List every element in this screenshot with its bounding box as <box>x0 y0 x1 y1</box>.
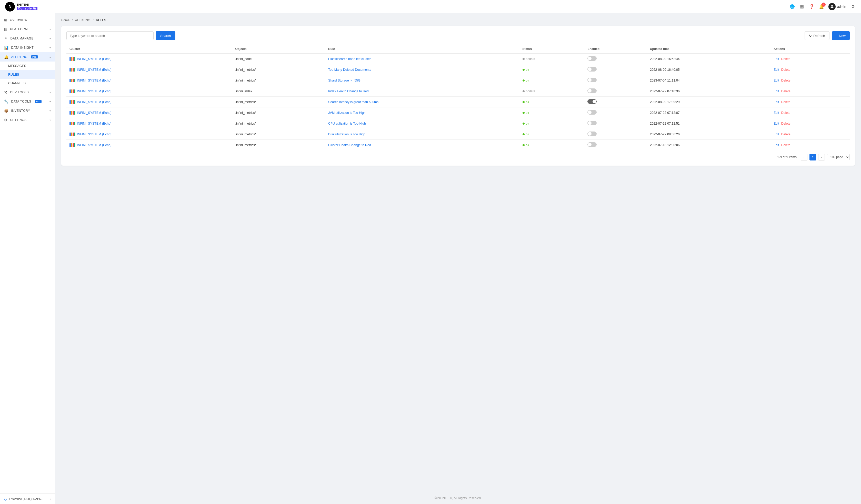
cell-time-7: 2022-07-22 08:06:26 <box>647 129 770 140</box>
pagination-page-1[interactable]: 1 <box>809 154 816 161</box>
search-input[interactable] <box>66 31 154 40</box>
edit-link-4[interactable]: Edit <box>774 100 779 104</box>
search-button[interactable]: Search <box>156 31 175 40</box>
cluster-link-8[interactable]: INFINI_SYSTEM (Echo) <box>77 143 111 147</box>
delete-link-6[interactable]: Delete <box>781 122 791 125</box>
new-button[interactable]: + New <box>832 31 850 40</box>
cluster-link-5[interactable]: INFINI_SYSTEM (Echo) <box>77 111 111 114</box>
sidebar-item-data-insight[interactable]: 📊 DATA INSIGHT ▾ <box>0 43 55 52</box>
refresh-label: Refresh <box>813 34 825 38</box>
toggle-6[interactable] <box>587 121 597 125</box>
col-actions: Actions <box>770 45 850 54</box>
delete-link-0[interactable]: Delete <box>781 57 791 61</box>
sidebar-item-platform-left: ▤ PLATFORM <box>4 27 28 31</box>
refresh-button[interactable]: ↻ Refresh <box>805 31 830 40</box>
delete-link-3[interactable]: Delete <box>781 90 791 93</box>
rule-link-3[interactable]: Index Health Change to Red <box>328 90 369 93</box>
cell-objects-4: .infini_metrics* <box>232 97 325 107</box>
toggle-5[interactable] <box>587 110 597 114</box>
toggle-4[interactable] <box>587 99 597 104</box>
cell-enabled-0 <box>584 54 647 64</box>
pagination-next[interactable]: › <box>818 154 825 161</box>
edit-link-3[interactable]: Edit <box>774 90 779 93</box>
rule-link-2[interactable]: Shard Storage >= 55G <box>328 79 360 82</box>
logo-area[interactable]: N INFINI Console /// <box>5 2 38 12</box>
delete-link-1[interactable]: Delete <box>781 68 791 71</box>
edit-link-6[interactable]: Edit <box>774 122 779 125</box>
per-page-select[interactable]: 10 / page 20 / page 50 / page <box>827 154 850 160</box>
breadcrumb-home[interactable]: Home <box>61 18 69 22</box>
translate-icon[interactable]: 🌐 <box>790 4 795 10</box>
flag-green-2 <box>74 79 76 82</box>
svg-point-0 <box>831 5 833 7</box>
status-badge-6: ok <box>522 122 529 125</box>
sidebar-item-messages[interactable]: MESSAGES <box>0 62 55 70</box>
toggle-1[interactable] <box>587 67 597 71</box>
cell-actions-1: EditDelete <box>770 64 850 75</box>
pagination-prev[interactable]: ‹ <box>801 154 807 161</box>
rule-link-0[interactable]: Elasticsearch node left cluster <box>328 57 371 61</box>
rule-link-5[interactable]: JVM utilization is Too High <box>328 111 366 114</box>
cluster-flag-0 <box>69 57 76 61</box>
rule-link-6[interactable]: CPU utilization is Too High <box>328 122 366 125</box>
user-area[interactable]: admin <box>829 3 846 10</box>
edit-link-8[interactable]: Edit <box>774 143 779 147</box>
toggle-7[interactable] <box>587 132 597 136</box>
breadcrumb-alerting[interactable]: ALERTING <box>75 18 90 22</box>
delete-link-5[interactable]: Delete <box>781 111 791 114</box>
sidebar-item-rules[interactable]: RULES <box>0 70 55 79</box>
delete-link-8[interactable]: Delete <box>781 143 791 147</box>
layout-icon[interactable]: ▦ <box>799 4 805 10</box>
cluster-cell-4: INFINI_SYSTEM (Echo) <box>69 100 229 104</box>
cell-cluster-3: INFINI_SYSTEM (Echo) <box>66 86 232 97</box>
cell-actions-6: EditDelete <box>770 118 850 129</box>
cluster-link-3[interactable]: INFINI_SYSTEM (Echo) <box>77 90 111 93</box>
toggle-2[interactable] <box>587 78 597 82</box>
sidebar-item-platform[interactable]: ▤ PLATFORM ▾ <box>0 25 55 34</box>
cluster-link-4[interactable]: INFINI_SYSTEM (Echo) <box>77 100 111 104</box>
sidebar-item-inventory[interactable]: 📦 INVENTORY ▾ <box>0 106 55 115</box>
edit-link-7[interactable]: Edit <box>774 133 779 136</box>
cluster-link-7[interactable]: INFINI_SYSTEM (Echo) <box>77 133 111 136</box>
cluster-link-2[interactable]: INFINI_SYSTEM (Echo) <box>77 79 111 82</box>
delete-link-7[interactable]: Delete <box>781 133 791 136</box>
sidebar-item-settings[interactable]: ⚙ SETTINGS ▾ <box>0 115 55 125</box>
settings-icon[interactable]: ⚙ <box>850 4 856 10</box>
table-row: INFINI_SYSTEM (Echo) .infini_metrics*CPU… <box>66 118 850 129</box>
sidebar-item-overview[interactable]: ⊞ OVERVIEW <box>0 15 55 25</box>
toggle-8[interactable] <box>587 142 597 147</box>
delete-link-4[interactable]: Delete <box>781 100 791 104</box>
sidebar-item-dev-tools[interactable]: ⚒ DEV TOOLS ▾ <box>0 88 55 97</box>
sidebar-item-channels[interactable]: CHANNELS <box>0 79 55 88</box>
notification-icon[interactable]: 🔔 9 <box>819 4 824 10</box>
cluster-link-6[interactable]: INFINI_SYSTEM (Echo) <box>77 122 111 125</box>
cluster-link-0[interactable]: INFINI_SYSTEM (Echo) <box>77 57 111 61</box>
edit-link-2[interactable]: Edit <box>774 79 779 82</box>
toggle-0[interactable] <box>587 56 597 61</box>
sidebar-item-dev-tools-label: DEV TOOLS <box>10 91 29 94</box>
sidebar-item-data-tools[interactable]: 🔧 DATA TOOLS Pro ▾ <box>0 97 55 106</box>
sidebar-item-data-manage[interactable]: 🗄 DATA MANAGE ▾ <box>0 34 55 43</box>
edit-link-1[interactable]: Edit <box>774 68 779 71</box>
delete-link-2[interactable]: Delete <box>781 79 791 82</box>
cluster-link-1[interactable]: INFINI_SYSTEM (Echo) <box>77 68 111 71</box>
edit-link-5[interactable]: Edit <box>774 111 779 114</box>
cell-time-6: 2022-07-22 07:12:51 <box>647 118 770 129</box>
cell-enabled-3 <box>584 86 647 97</box>
rule-link-4[interactable]: Search latency is great than 500ms <box>328 100 379 104</box>
edit-link-0[interactable]: Edit <box>774 57 779 61</box>
rule-link-8[interactable]: Cluster Health Change to Red <box>328 143 371 147</box>
sidebar-item-inventory-label: INVENTORY <box>11 109 30 112</box>
toggle-3[interactable] <box>587 88 597 93</box>
rule-link-1[interactable]: Too Many Deleted Documents <box>328 68 371 71</box>
overview-icon: ⊞ <box>4 18 8 22</box>
col-updated-time: Updated time <box>647 45 770 54</box>
help-icon[interactable]: ❓ <box>809 4 815 10</box>
cell-time-3: 2022-07-22 07:10:36 <box>647 86 770 97</box>
sidebar-bottom[interactable]: ◇ Enterprise (1.5.0_SNAPS... › <box>0 493 55 504</box>
sidebar-item-alerting[interactable]: 🔔 ALERTING Pro ▴ <box>0 52 55 62</box>
cell-objects-6: .infini_metrics* <box>232 118 325 129</box>
rule-link-7[interactable]: Disk utilization is Too High <box>328 133 365 136</box>
cluster-cell-3: INFINI_SYSTEM (Echo) <box>69 90 229 93</box>
table-row: INFINI_SYSTEM (Echo) .infini_indexIndex … <box>66 86 850 97</box>
